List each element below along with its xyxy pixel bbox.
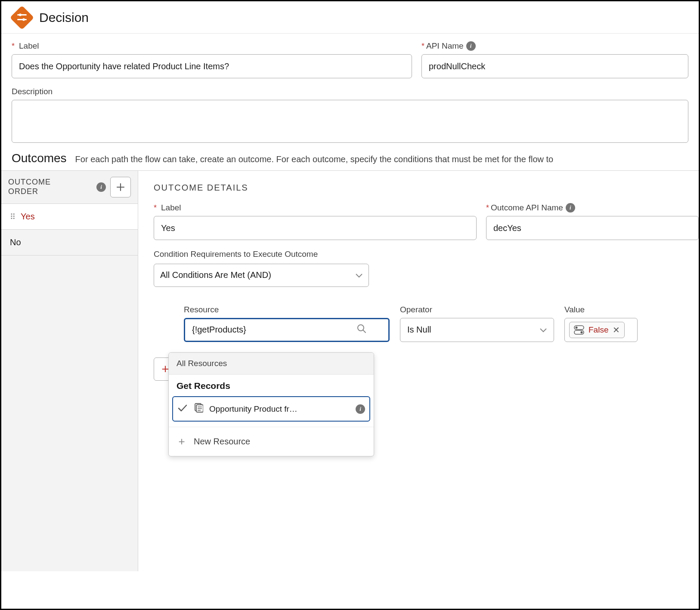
svg-point-6 xyxy=(575,326,577,328)
outcome-item-no[interactable]: No xyxy=(1,230,138,256)
drag-handle-icon[interactable]: ⠿ xyxy=(10,212,15,222)
info-icon[interactable]: i xyxy=(356,404,365,414)
description-input[interactable] xyxy=(12,100,688,143)
dropdown-item-get-records[interactable]: Opportunity Product fr… i xyxy=(172,396,370,422)
label-input[interactable] xyxy=(12,54,412,78)
decision-icon xyxy=(10,6,34,30)
svg-rect-2 xyxy=(17,19,27,20)
record-icon xyxy=(194,403,203,415)
outcome-item-label: No xyxy=(10,237,21,247)
outcome-api-input[interactable] xyxy=(486,216,699,240)
resource-input[interactable]: {!getProducts} xyxy=(184,318,390,342)
condition-req-select[interactable]: All Conditions Are Met (AND) xyxy=(154,264,369,287)
plus-icon xyxy=(116,182,125,192)
chevron-down-icon xyxy=(356,270,362,280)
info-icon[interactable]: i xyxy=(466,41,476,51)
outcomes-heading: Outcomes xyxy=(12,151,67,165)
page-title: Decision xyxy=(39,10,89,25)
outcome-details-heading: OUTCOME DETAILS xyxy=(154,183,699,193)
add-outcome-button[interactable] xyxy=(110,177,131,197)
condition-req-label: Condition Requirements to Execute Outcom… xyxy=(154,249,326,260)
outcome-item-label: Yes xyxy=(21,212,35,222)
outcome-item-yes[interactable]: ⠿ Yes xyxy=(1,204,138,230)
label-field-label: Label xyxy=(12,41,412,51)
outcome-api-label: Outcome API Name i xyxy=(486,203,699,213)
dropdown-all-resources[interactable]: All Resources xyxy=(169,353,374,375)
check-icon xyxy=(177,404,188,415)
svg-point-8 xyxy=(580,331,582,333)
dropdown-item-label: Opportunity Product fr… xyxy=(209,404,350,414)
resource-label: Resource xyxy=(184,305,390,314)
info-icon[interactable]: i xyxy=(96,182,106,192)
value-text: False xyxy=(588,325,608,335)
svg-point-3 xyxy=(22,18,25,21)
dropdown-new-resource[interactable]: + New Resource xyxy=(169,427,374,456)
dropdown-section-header: Get Records xyxy=(169,375,374,391)
outcome-order-label: OUTCOME ORDER xyxy=(8,178,51,196)
outcomes-subtext: For each path the flow can take, create … xyxy=(75,154,554,164)
api-name-field-label: API Name i xyxy=(421,41,688,51)
description-label: Description xyxy=(12,87,688,96)
plus-icon: + xyxy=(177,435,187,448)
operator-select[interactable]: Is Null xyxy=(400,318,554,342)
toggle-icon xyxy=(574,325,584,335)
info-icon[interactable]: i xyxy=(566,203,575,213)
chevron-down-icon xyxy=(540,325,547,335)
outcome-label-label: Label xyxy=(154,203,477,213)
search-icon xyxy=(356,323,367,336)
svg-point-1 xyxy=(19,14,22,16)
operator-label: Operator xyxy=(400,305,554,314)
api-name-input[interactable] xyxy=(421,54,688,78)
value-input[interactable]: False ✕ xyxy=(564,318,638,342)
svg-rect-0 xyxy=(17,14,27,15)
close-icon[interactable]: ✕ xyxy=(613,325,620,335)
value-label: Value xyxy=(564,305,638,314)
outcome-label-input[interactable] xyxy=(154,216,477,240)
